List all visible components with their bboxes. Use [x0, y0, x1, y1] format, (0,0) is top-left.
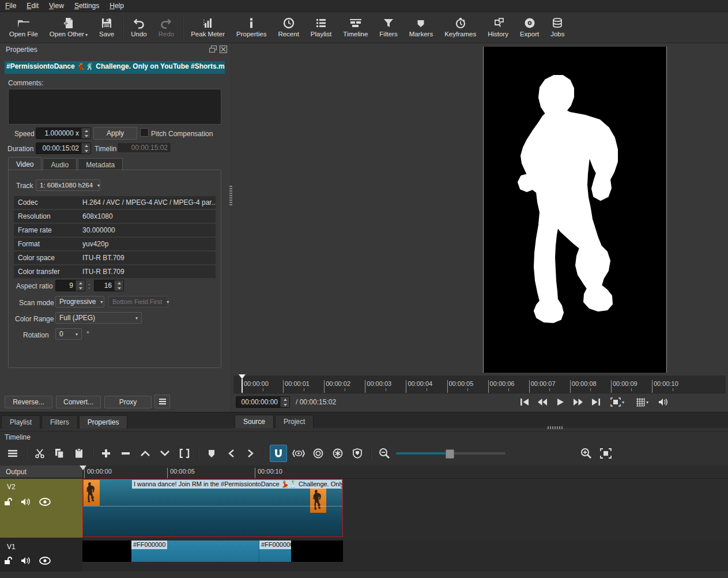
- v1-color-clip[interactable]: #FF000000: [259, 541, 291, 562]
- menu-file[interactable]: File: [0, 1, 21, 11]
- float-panel-icon[interactable]: [209, 46, 217, 53]
- v2-hide-icon[interactable]: [39, 498, 51, 506]
- v1-lock-icon[interactable]: [3, 556, 13, 565]
- properties-button[interactable]: Properties: [231, 12, 272, 43]
- speed-spinner[interactable]: [81, 128, 90, 138]
- zoom-in-icon[interactable]: [578, 445, 594, 461]
- apply-button[interactable]: Apply: [93, 127, 137, 140]
- player-playhead-icon[interactable]: [239, 374, 246, 379]
- v1-black-clip[interactable]: [291, 541, 343, 562]
- skip-to-end-button[interactable]: [590, 396, 602, 408]
- v1-mute-icon[interactable]: [21, 556, 31, 565]
- previous-marker-icon[interactable]: [223, 445, 239, 461]
- ripple-icon[interactable]: [310, 445, 326, 461]
- timeline-menu-icon[interactable]: [5, 445, 21, 461]
- close-panel-icon[interactable]: [220, 46, 227, 53]
- timeline-ruler[interactable]: 00:00:00 00:00:05 00:00:10: [82, 466, 728, 479]
- redo-button[interactable]: Redo: [153, 12, 180, 43]
- aspect-height-input[interactable]: 16: [94, 280, 124, 291]
- v2-mute-icon[interactable]: [21, 497, 31, 506]
- ripple-all-tracks-icon[interactable]: [330, 445, 346, 461]
- append-icon[interactable]: [98, 445, 114, 461]
- v1-color-clip[interactable]: #FF000000: [131, 541, 259, 562]
- duration-input[interactable]: 00:00:15:02: [36, 142, 91, 154]
- peak-meter-button[interactable]: Peak Meter: [185, 12, 231, 43]
- fast-forward-button[interactable]: [572, 396, 584, 408]
- dock-splitter-handle[interactable]: [548, 426, 563, 429]
- pitch-compensation-checkbox[interactable]: [140, 128, 149, 137]
- markers-button[interactable]: Markers: [403, 12, 439, 43]
- output-track-header[interactable]: Output: [0, 466, 82, 478]
- dock-tab-playlist[interactable]: Playlist: [1, 415, 40, 429]
- tab-video[interactable]: Video: [8, 157, 42, 171]
- clip-filename[interactable]: #PermissiontoDance 💃🕺 Challenge. Only on…: [5, 61, 225, 74]
- comments-textarea[interactable]: [8, 89, 221, 125]
- properties-menu-button[interactable]: [154, 395, 170, 408]
- dock-tab-properties[interactable]: Properties: [79, 415, 128, 429]
- menu-settings[interactable]: Settings: [69, 1, 104, 11]
- scrub-while-dragging-icon[interactable]: [291, 445, 307, 461]
- zoom-fit-selector[interactable]: ▾: [608, 396, 627, 408]
- zoom-out-icon[interactable]: [376, 445, 393, 461]
- save-button[interactable]: Save: [93, 12, 120, 43]
- timeline-zoom-slider[interactable]: [396, 449, 506, 457]
- cut-icon[interactable]: [32, 445, 48, 461]
- overwrite-icon[interactable]: [157, 445, 173, 461]
- undo-button[interactable]: Undo: [125, 12, 153, 43]
- copy-icon[interactable]: [51, 445, 67, 461]
- paste-icon[interactable]: [71, 445, 87, 461]
- v1-track-header[interactable]: V1: [0, 539, 82, 571]
- volume-button[interactable]: [657, 396, 670, 408]
- position-input[interactable]: 00:00:00:00: [236, 396, 290, 408]
- rotation-dropdown[interactable]: 0▾: [55, 328, 82, 340]
- ripple-markers-icon[interactable]: [349, 445, 365, 461]
- menu-edit[interactable]: Edit: [21, 1, 44, 11]
- ripple-delete-icon[interactable]: [118, 445, 134, 461]
- timeline-playhead-icon[interactable]: [80, 466, 86, 470]
- open-file-button[interactable]: Open File: [3, 12, 44, 43]
- split-icon[interactable]: [176, 445, 193, 461]
- lift-icon[interactable]: [137, 445, 153, 461]
- convert-button[interactable]: Convert...: [56, 396, 101, 408]
- skip-to-start-button[interactable]: [518, 396, 531, 408]
- marker-icon[interactable]: [203, 445, 220, 461]
- scan-mode-dropdown[interactable]: Progressive▾: [55, 296, 104, 307]
- dock-tab-filters[interactable]: Filters: [42, 415, 78, 429]
- timeline-button[interactable]: Timeline: [337, 12, 374, 43]
- snap-toggle-icon[interactable]: [270, 445, 287, 462]
- menu-view[interactable]: View: [44, 1, 69, 11]
- tab-source[interactable]: Source: [235, 415, 274, 428]
- v1-black-clip[interactable]: [82, 541, 131, 562]
- track-dropdown[interactable]: 1: 608x1080 h264▾: [36, 179, 100, 191]
- filters-button[interactable]: Filters: [374, 12, 403, 43]
- aspect-width-input[interactable]: 9: [55, 280, 85, 291]
- v2-track-header[interactable]: V2: [0, 479, 82, 538]
- v2-lock-icon[interactable]: [3, 497, 13, 506]
- rewind-button[interactable]: [536, 396, 549, 408]
- grid-selector[interactable]: ▾: [632, 396, 652, 408]
- speed-input[interactable]: 1.000000 x: [36, 127, 91, 139]
- proxy-button[interactable]: Proxy: [104, 396, 152, 408]
- play-button[interactable]: [554, 396, 567, 408]
- panel-splitter-handle[interactable]: [229, 185, 232, 205]
- zoom-slider-handle[interactable]: [446, 449, 454, 459]
- v1-hide-icon[interactable]: [39, 557, 51, 565]
- tab-project[interactable]: Project: [275, 415, 314, 428]
- history-button[interactable]: History: [482, 12, 514, 43]
- keyframes-button[interactable]: Keyframes: [439, 12, 482, 43]
- playlist-button[interactable]: Playlist: [305, 12, 337, 43]
- next-marker-icon[interactable]: [243, 445, 259, 461]
- reverse-button[interactable]: Reverse...: [5, 396, 52, 408]
- menu-help[interactable]: Help: [104, 1, 129, 11]
- open-other-button[interactable]: Open Other▾: [44, 12, 93, 43]
- player-playhead-line[interactable]: [242, 379, 243, 393]
- color-range-dropdown[interactable]: Full (JPEG)▾: [55, 312, 142, 324]
- recent-button[interactable]: Recent: [272, 12, 304, 43]
- v2-video-clip[interactable]: I wanna dance! Join RM in the #Permissio…: [82, 479, 343, 537]
- duration-spinner[interactable]: [81, 143, 90, 153]
- player-ruler[interactable]: 00:00:0000:00:0100:00:0200:00:0300:00:04…: [233, 376, 726, 393]
- tab-metadata[interactable]: Metadata: [78, 158, 123, 171]
- jobs-button[interactable]: Jobs: [545, 12, 570, 43]
- tab-audio[interactable]: Audio: [43, 158, 77, 171]
- zoom-fit-icon[interactable]: [598, 445, 614, 461]
